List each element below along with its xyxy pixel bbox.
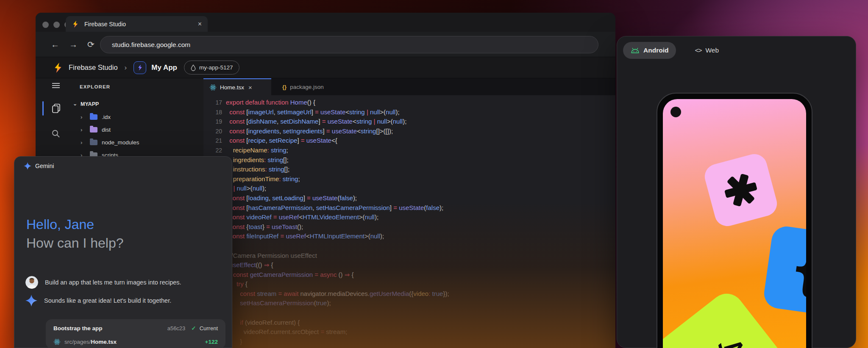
editor: Home.tsx × {} package.json 171819202122 … xyxy=(203,78,615,348)
tree-item-label: node_modules xyxy=(102,139,139,146)
chevron-right-icon: › xyxy=(81,114,86,120)
forward-icon[interactable]: → xyxy=(69,39,78,50)
workspace-id-pill[interactable]: my-app-5127 xyxy=(184,61,239,75)
assistant-message-text: Sounds like a great idea! Let's build it… xyxy=(44,297,171,304)
changed-file-row[interactable]: src/pages/Home.tsx +122 xyxy=(46,335,225,348)
search-icon xyxy=(51,129,61,138)
gemini-panel: Gemini Hello, Jane How can I help? Build… xyxy=(14,156,232,348)
browser-tab[interactable]: Firebase Studio × xyxy=(66,16,208,32)
editor-tab-package[interactable]: {} package.json xyxy=(276,78,344,95)
user-avatar xyxy=(25,276,38,289)
browser-titlebar: Firebase Studio × xyxy=(36,13,615,32)
diff-added-count: +122 xyxy=(205,339,218,345)
editor-tab-label: Home.tsx xyxy=(220,84,244,91)
hamburger-icon xyxy=(51,82,61,89)
code-brackets-icon: <> xyxy=(695,47,701,54)
greeting-name: Hello, Jane xyxy=(26,217,94,232)
tree-item-dist[interactable]: ›dist xyxy=(70,123,203,136)
tile-blue: { xyxy=(762,224,806,318)
user-message: Build an app that lets me turn images in… xyxy=(25,276,181,289)
app-name: My App xyxy=(151,64,177,72)
editor-tabstrip: Home.tsx × {} package.json xyxy=(203,78,615,95)
tile-pink xyxy=(702,151,780,229)
app-spark-icon xyxy=(137,64,143,71)
editor-tab-label: package.json xyxy=(290,84,324,90)
tree-root-label: MYAPP xyxy=(81,101,99,107)
product-name: Firebase Studio xyxy=(69,64,118,72)
firebase-logo-icon xyxy=(72,20,79,28)
browser-toolbar: ← → ⟳ studio.firebase.google.com xyxy=(36,32,615,57)
gemini-spark-icon xyxy=(25,295,37,307)
chevron-down-icon: ⌄ xyxy=(73,101,80,107)
tree-item-.idx[interactable]: ›.idx xyxy=(70,110,203,123)
bootstrap-card: Bootstrap the app a56c23 ✓ Current src/p… xyxy=(46,319,225,348)
toggle-android-label: Android xyxy=(643,47,668,54)
search-view-button[interactable] xyxy=(42,129,70,138)
traffic-light-minimize[interactable] xyxy=(53,22,60,28)
app-icon xyxy=(134,61,146,74)
current-badge: Current xyxy=(200,325,218,331)
gemini-header: Gemini xyxy=(24,162,54,170)
asterisk-icon xyxy=(718,168,763,212)
preview-toggle: Android <> Web xyxy=(623,42,726,59)
android-phone: { </> xyxy=(657,93,812,348)
url-bar[interactable]: studio.firebase.google.com xyxy=(100,36,598,53)
bootstrap-card-header: Bootstrap the app a56c23 ✓ Current xyxy=(46,319,225,335)
breadcrumb-chevron-icon: › xyxy=(125,64,127,72)
file-path: src/pages/Home.tsx xyxy=(64,339,201,345)
traffic-light-close[interactable] xyxy=(42,22,49,28)
tree-root[interactable]: ⌄ MYAPP xyxy=(73,99,203,110)
check-icon: ✓ xyxy=(191,325,196,331)
code-lines: export default function Home() { const [… xyxy=(226,98,615,346)
stage: Firebase Studio × ← → ⟳ studio.firebase.… xyxy=(0,0,868,348)
back-icon[interactable]: ← xyxy=(51,39,59,50)
code-area[interactable]: 171819202122 export default function Hom… xyxy=(203,95,615,348)
react-icon xyxy=(53,338,61,345)
bootstrap-title: Bootstrap the app xyxy=(53,325,164,331)
tab-close-icon[interactable]: × xyxy=(198,20,202,28)
menu-button[interactable] xyxy=(42,82,70,89)
explorer-title: EXPLORER xyxy=(80,84,110,89)
phone-screen: { </> xyxy=(663,99,806,348)
assistant-message: Sounds like a great idea! Let's build it… xyxy=(25,295,171,307)
app-header: Firebase Studio › My App my-app-5127 xyxy=(36,57,615,78)
editor-tab-home[interactable]: Home.tsx × xyxy=(203,78,271,95)
folder-icon xyxy=(90,114,97,120)
android-icon xyxy=(631,47,640,53)
tree-item-node_modules[interactable]: ›node_modules xyxy=(70,136,203,149)
chevron-right-icon: › xyxy=(81,139,86,146)
folder-icon xyxy=(90,140,97,145)
tree-item-label: dist xyxy=(102,127,111,133)
code-tag-icon: </> xyxy=(691,329,750,348)
commit-hash: a56c23 xyxy=(167,325,186,331)
json-braces-icon: {} xyxy=(282,84,287,90)
user-message-text: Build an app that lets me turn images in… xyxy=(45,279,181,286)
preview-panel: Android <> Web xyxy=(617,36,856,348)
firebase-studio-logo-icon xyxy=(53,62,64,73)
file-tree: ⌄ MYAPP ›.idx›dist›node_modules›scripts xyxy=(70,97,203,161)
browser-tab-title: Firebase Studio xyxy=(84,21,193,28)
files-icon xyxy=(51,103,61,114)
gemini-title: Gemini xyxy=(35,163,54,169)
camera-punch-hole xyxy=(670,107,681,117)
gemini-spark-icon xyxy=(24,162,31,170)
react-icon xyxy=(209,84,217,91)
toggle-web[interactable]: <> Web xyxy=(687,42,726,59)
folder-icon xyxy=(90,127,97,133)
greeting-question: How can I help? xyxy=(26,235,123,251)
brace-icon: { xyxy=(787,231,806,304)
firebase-drop-icon xyxy=(190,64,196,71)
workspace-id: my-app-5127 xyxy=(199,64,233,71)
toggle-web-label: Web xyxy=(706,47,719,54)
tab-close-icon[interactable]: × xyxy=(248,84,252,91)
toggle-android[interactable]: Android xyxy=(623,42,676,59)
chevron-right-icon: › xyxy=(81,127,86,133)
explorer-view-button[interactable] xyxy=(42,103,70,114)
tree-item-label: .idx xyxy=(102,114,111,120)
reload-icon[interactable]: ⟳ xyxy=(87,39,95,50)
